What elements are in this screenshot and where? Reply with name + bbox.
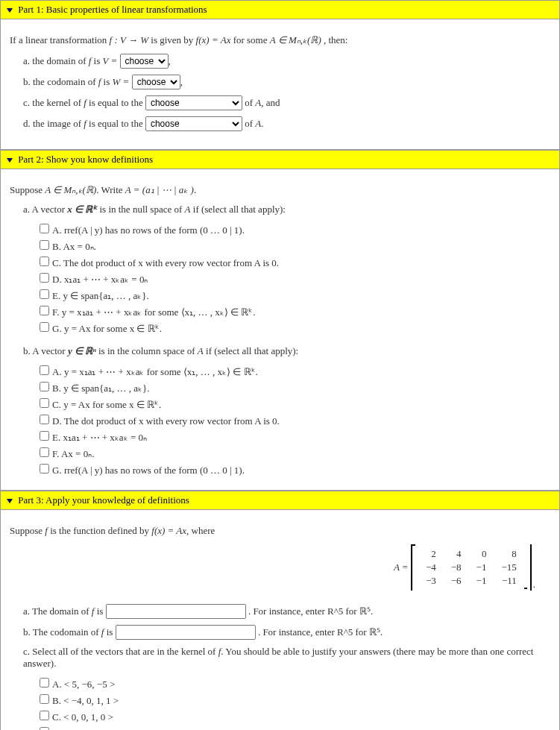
text: a. A vector	[23, 204, 67, 215]
p2b-checkbox-0[interactable]	[40, 365, 49, 375]
p3c-checkbox-2[interactable]	[40, 711, 49, 720]
option: C. < 0, 0, 1, 0 >	[37, 708, 550, 723]
text: a. the domain of	[23, 55, 89, 66]
math: A =	[394, 561, 411, 573]
math-W: W =	[113, 76, 132, 87]
p2b-checkbox-5[interactable]	[40, 447, 49, 457]
math: ℝ⁵	[369, 626, 380, 638]
text: c. the kernel of	[23, 97, 84, 108]
part2-title: Part 2: Show you know definitions	[18, 154, 153, 165]
text: is in the null space of	[97, 204, 184, 215]
p2a-checkbox-5[interactable]	[40, 306, 49, 315]
option-label: F. y = x₁a₁ + ⋯ + xₖaₖ for some ⟨x₁, … ,…	[52, 306, 256, 318]
part1-d: d. the image of f is equal to the choose…	[23, 116, 550, 131]
matrix-cell: −1	[469, 561, 494, 574]
option: G. y = Ax for some x ∈ ℝᵏ.	[37, 320, 550, 335]
p2b-checkbox-4[interactable]	[40, 431, 49, 441]
text: , where	[186, 525, 215, 536]
math: ℝ⁵	[359, 605, 371, 617]
part1-body: If a linear transformation f : V → W is …	[0, 19, 560, 150]
text: b. the codomain of	[23, 76, 98, 87]
text: , then:	[324, 34, 348, 45]
matrix-cell: −15	[494, 561, 523, 574]
option-label: G. y = Ax for some x ∈ ℝᵏ.	[52, 323, 162, 334]
domain-input[interactable]	[106, 604, 246, 619]
chevron-down-icon	[7, 158, 13, 163]
part2-header[interactable]: Part 2: Show you know definitions	[0, 150, 560, 169]
option-label: D. x₁a₁ + ⋯ + xₖaₖ = 0ₙ	[52, 274, 148, 285]
text: is equal to the	[86, 97, 145, 108]
part1-header[interactable]: Part 1: Basic properties of linear trans…	[0, 0, 560, 19]
text: if (select all that apply):	[204, 345, 298, 356]
option-label: A. rref(A | y) has no rows of the form (…	[52, 224, 245, 236]
math: f(x) = Ax	[151, 525, 186, 536]
p2a-checkbox-0[interactable]	[40, 224, 49, 233]
math: x ∈ ℝᵏ	[67, 204, 97, 215]
p3c-checkbox-1[interactable]	[40, 694, 49, 704]
part1-a: a. the domain of f is V = choose,	[23, 54, 550, 69]
codomain-input[interactable]	[116, 625, 256, 640]
text: is given by	[151, 34, 195, 45]
p2a-checkbox-1[interactable]	[40, 240, 49, 250]
p3c-checkbox-3[interactable]	[40, 727, 49, 730]
matrix-cell: −3	[418, 574, 444, 588]
text: a. The domain of	[23, 605, 92, 617]
part3-a: a. The domain of f is . For instance, en…	[23, 604, 550, 619]
matrix-cell: 2	[418, 547, 444, 561]
option-label: B. y ∈ span{a₁, … , aₖ}.	[52, 383, 150, 394]
matrix-cell: −6	[444, 574, 469, 588]
text: is	[91, 55, 102, 66]
part3-header[interactable]: Part 3: Apply your knowledge of definiti…	[0, 491, 560, 510]
math-f-map: f : V → W	[110, 34, 148, 45]
text: . Write	[96, 184, 125, 195]
text: Suppose	[10, 184, 45, 195]
text: if (select all that apply):	[191, 204, 286, 215]
text: is equal to the	[86, 118, 145, 129]
text: If a linear transformation	[10, 34, 110, 45]
part1-d-select[interactable]: choose	[145, 116, 242, 131]
text: , and	[261, 97, 280, 108]
math-V: V =	[103, 55, 120, 66]
text: d. the image of	[23, 118, 84, 129]
text: b. The codomain of	[23, 626, 101, 638]
p2a-checkbox-3[interactable]	[40, 273, 49, 283]
p2a-checkbox-6[interactable]	[40, 322, 49, 332]
option: B. y ∈ span{a₁, … , aₖ}.	[37, 380, 550, 394]
part1-a-select[interactable]: choose	[120, 54, 169, 69]
part1-b-select[interactable]: choose	[132, 75, 180, 89]
math-f-eq: f(x) = Ax	[196, 34, 231, 45]
part1-intro: If a linear transformation f : V → W is …	[10, 34, 550, 46]
option: A. rref(A | y) has no rows of the form (…	[37, 221, 550, 236]
p2a-checkbox-4[interactable]	[40, 289, 49, 299]
part3-suppose: Suppose f is the function defined by f(x…	[10, 525, 550, 537]
chevron-down-icon	[7, 8, 13, 13]
option: B. Ax = 0ₙ.	[37, 238, 550, 253]
text: Suppose	[10, 525, 45, 536]
chevron-down-icon	[7, 499, 13, 503]
text: .	[380, 626, 383, 638]
part3-c-intro: c. Select all of the vectors that are in…	[23, 646, 550, 670]
p2a-checkbox-2[interactable]	[40, 257, 49, 266]
text: is	[94, 605, 105, 617]
option-label: D. The dot product of x with every row v…	[52, 415, 280, 427]
p2b-checkbox-1[interactable]	[40, 382, 49, 391]
part3-c-options: A. < 5, −6, −5 >B. < −4, 0, 1, 1 >C. < 0…	[10, 676, 550, 730]
matrix-cell: −1	[469, 574, 494, 588]
option: C. y = Ax for some x ∈ ℝᵏ.	[37, 396, 550, 411]
p2b-checkbox-6[interactable]	[40, 464, 49, 473]
part2-b-options: A. y = x₁a₁ + ⋯ + xₖaₖ for some ⟨x₁, … ,…	[10, 363, 550, 476]
option-label: C. The dot product of x with every row v…	[52, 257, 279, 268]
option: E. x₁a₁ + ⋯ + xₖaₖ = 0ₙ	[37, 429, 550, 444]
math-A-in: A ∈ Mₙ,ₖ(ℝ)	[270, 34, 321, 45]
math: y ∈ ℝⁿ	[68, 345, 96, 356]
p3c-checkbox-0[interactable]	[40, 678, 49, 687]
p2b-checkbox-3[interactable]	[40, 415, 49, 424]
option-label: A. y = x₁a₁ + ⋯ + xₖaₖ for some ⟨x₁, … ,…	[52, 366, 258, 377]
option-label: B. Ax = 0ₙ.	[52, 241, 96, 252]
text: .	[261, 118, 263, 129]
part1-c-select[interactable]: choose	[145, 95, 242, 110]
matrix-cell: 4	[444, 547, 469, 561]
p2b-checkbox-2[interactable]	[40, 398, 49, 408]
option: A. < 5, −6, −5 >	[37, 676, 550, 690]
matrix-cell: −11	[494, 574, 523, 588]
